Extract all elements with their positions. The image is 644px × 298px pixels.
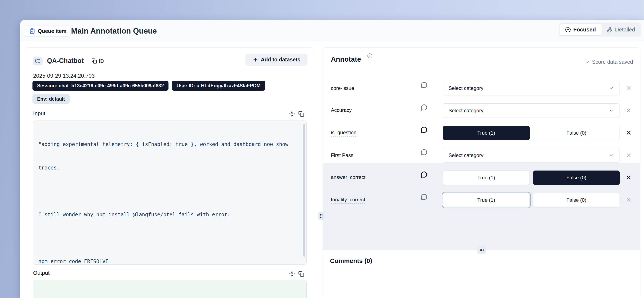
page-title: Main Annotation Queue [71,26,157,37]
input-code-block: "adding experimental_telemetry: { isEnab… [33,121,306,265]
x-icon [626,197,632,203]
add-to-datasets-button[interactable]: Add to datasets [246,54,308,66]
output-section-label: Output [33,270,50,276]
score-row: answer_correct True (1) False (0) [322,167,640,189]
id-label[interactable]: ID [99,59,104,64]
score-name: First Pass [331,152,420,158]
view-toggle: Focused Detailed [559,23,641,37]
annotation-queue-page: Queue item Main Annotation Queue Focused… [0,0,644,298]
input-section-actions [289,111,304,117]
fold-vertical-icon[interactable] [289,270,295,277]
delete-score-button[interactable] [625,152,632,159]
category-select[interactable]: Select category [443,103,620,118]
queue-item-badge: Queue item [25,26,71,37]
true-button[interactable]: True (1) [443,171,530,185]
code-line: npm error code ERESOLVE [38,258,301,265]
x-icon [626,174,632,181]
delete-score-button[interactable] [625,197,632,203]
delete-score-button[interactable] [625,107,632,114]
section-resize-handle[interactable] [478,246,486,254]
chevron-down-icon [608,108,614,113]
trace-badges: Session: chat_b13e4216-c09e-499d-a39c-65… [32,81,265,91]
x-icon [626,85,632,91]
input-section-label: Input [33,110,45,117]
input-scrollbar[interactable] [303,124,305,257]
select-placeholder: Select category [448,85,483,91]
annotate-panel: Annotate Score data saved core-issue Sel… [322,48,640,298]
score-row: core-issue Select category [322,77,640,99]
list-tree-icon [33,57,42,65]
network-icon [607,27,612,33]
toggle-focused-label: Focused [573,26,596,33]
false-button[interactable]: False (0) [533,193,620,207]
env-badge: Env: default [32,94,70,104]
grip-dots-icon [320,213,323,218]
comments-title: Comments (0) [330,257,372,264]
plus-icon [252,57,258,63]
code-line: I still wonder why npm install @langfuse… [38,211,301,219]
info-icon[interactable] [367,53,372,59]
x-icon [626,152,632,158]
score-name: is_question [331,130,420,137]
delete-score-button[interactable] [625,130,632,136]
comment-bubble-icon[interactable] [420,171,428,179]
score-name: Accuracy [331,107,420,114]
panel-resize-handle[interactable] [318,212,324,220]
chevron-down-icon [608,86,614,91]
score-save-status: Score data saved [585,59,633,65]
category-select[interactable]: Select category [443,148,620,162]
gauge-icon [565,27,571,33]
score-name: answer_correct [331,174,420,181]
comment-bubble-icon[interactable] [420,126,428,134]
comment-bubble-icon[interactable] [420,148,428,157]
queue-badge-label: Queue item [38,28,66,34]
dialog-header: Queue item Main Annotation Queue Focused… [20,20,644,41]
add-to-datasets-label: Add to datasets [261,57,300,63]
code-line: traces. [38,164,301,172]
code-line [38,187,301,195]
score-name: tonality_correct [331,197,420,204]
false-button[interactable]: False (0) [533,171,620,185]
x-icon [626,107,632,114]
trace-timestamp: 2025-09-29 13:24:20.703 [33,73,95,79]
comment-bubble-icon[interactable] [420,193,428,201]
copy-icon[interactable] [298,270,304,277]
select-placeholder: Select category [448,152,483,158]
toggle-detailed[interactable]: Detailed [602,24,640,36]
score-rows: core-issue Select category Accuracy [322,77,640,211]
output-section-actions [289,270,304,277]
score-save-status-label: Score data saved [592,59,633,65]
category-select[interactable]: Select category [443,81,620,95]
x-icon [626,130,632,136]
score-row: Accuracy Select category [322,99,640,122]
check-icon [585,60,590,65]
copy-icon[interactable] [298,111,304,117]
user-id-badge[interactable]: User ID: u-HLdEogyJlzazF4SIaFPDM [172,81,265,91]
score-row: is_question True (1) False (0) [322,122,640,144]
trace-title: QA-Chatbot [47,57,84,65]
grip-dots-icon [479,248,484,251]
copy-id-icon[interactable] [91,58,97,64]
session-badge[interactable]: Session: chat_b13e4216-c09e-499d-a39c-65… [32,81,168,91]
score-row: First Pass Select category [322,144,640,167]
code-line [38,234,301,242]
trace-panel: QA-Chatbot ID Add to datasets 2025-09-29… [25,48,314,298]
comment-bubble-icon[interactable] [420,81,428,90]
code-line: "adding experimental_telemetry: { isEnab… [38,141,301,148]
queue-item-dialog: Queue item Main Annotation Queue Focused… [20,20,644,298]
comment-bubble-icon[interactable] [420,103,428,112]
delete-score-button[interactable] [625,174,632,181]
fold-vertical-icon[interactable] [289,111,295,117]
select-placeholder: Select category [448,108,483,114]
clipboard-pen-icon [29,28,35,34]
toggle-focused[interactable]: Focused [560,24,601,36]
chevron-down-icon [608,153,614,158]
true-button[interactable]: True (1) [443,126,530,140]
output-code-block: "# Dependency conflict: why npm ERESOLVE… [33,280,306,298]
score-row: tonality_correct True (1) False (0) [322,189,640,211]
true-button[interactable]: True (1) [443,193,530,207]
false-button[interactable]: False (0) [533,126,620,140]
delete-score-button[interactable] [625,85,632,92]
toggle-detailed-label: Detailed [615,26,635,33]
annotate-title: Annotate [331,55,361,63]
